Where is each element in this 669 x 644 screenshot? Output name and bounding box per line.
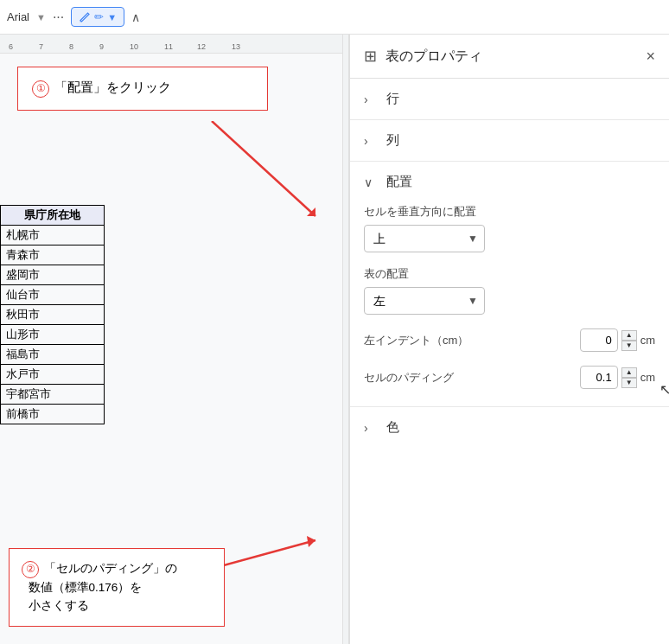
- table-properties-icon: ⊞: [364, 47, 377, 66]
- font-dropdown-arrow[interactable]: ▼: [36, 12, 46, 22]
- section-placement: ∨ 配置 セルを垂直方向に配置 上 中央 下 ▼ 表の配置: [350, 162, 669, 407]
- svg-marker-3: [307, 536, 315, 547]
- scroll-up-button[interactable]: ∧: [131, 10, 140, 24]
- color-section[interactable]: › 色: [350, 407, 669, 448]
- row-section-label: 行: [386, 91, 399, 107]
- ruler-marks: 6 7 8 9 10 11 12 13: [0, 35, 342, 53]
- left-indent-row: 左インデント（cm） ▲ ▼ cm: [364, 328, 655, 352]
- vertical-align-label: セルを垂直方向に配置: [364, 204, 655, 220]
- ruler-mark-13: 13: [232, 42, 240, 51]
- callout1-text: 「配置」をクリック: [54, 80, 171, 94]
- vertical-align-select[interactable]: 上 中央 下: [364, 225, 485, 252]
- arrow-line-2: [220, 532, 333, 601]
- cell-padding-spinner: ▲ ▼: [621, 367, 637, 388]
- cell-padding-input-group: ▲ ▼ cm: [580, 366, 655, 389]
- section-row-row[interactable]: › 行: [350, 79, 669, 120]
- table-wrapper: 県庁所在地 札幌市 青森市 盛岡市 仙台市 秋田市 山形市 福島市 水戸市 宇都…: [0, 205, 105, 424]
- col-section-chevron: ›: [364, 134, 378, 148]
- panel-title: 表のプロパティ: [385, 48, 637, 66]
- ruler-mark-7: 7: [39, 42, 43, 51]
- row-section-chevron: ›: [364, 92, 378, 106]
- ruler-mark-11: 11: [164, 42, 173, 51]
- content-area: 6 7 8 9 10 11 12 13 ① 「配置」をクリック: [0, 35, 342, 644]
- table-header-col1: 県庁所在地: [1, 206, 105, 226]
- callout-box-2: ② 「セルのパディング」の 数値（標準0.176）を 小さくする: [9, 548, 225, 627]
- ruler-mark-12: 12: [197, 42, 206, 51]
- ruler-mark-8: 8: [69, 42, 73, 51]
- scrollbar-area[interactable]: [342, 35, 349, 644]
- table-align-field: 表の配置 左 中央 右 ▼: [364, 266, 655, 315]
- color-section-label: 色: [386, 419, 399, 436]
- arrow-line-1: [194, 121, 333, 225]
- table-row: 宇都宮市: [1, 385, 105, 405]
- cursor-icon: ↖: [659, 381, 669, 398]
- main-area: 6 7 8 9 10 11 12 13 ① 「配置」をクリック: [0, 35, 669, 644]
- cell-padding-unit: cm: [640, 371, 655, 384]
- table-row: 福島市: [1, 345, 105, 365]
- toolbar-more-button[interactable]: ···: [53, 10, 64, 25]
- cell-padding-row: セルのパディング ▲ ▼ cm ↖: [364, 366, 655, 389]
- page-area: ① 「配置」をクリック 県庁所在地 札幌市 青森: [0, 54, 342, 644]
- font-name-label: Arial: [7, 10, 29, 23]
- table-row: 仙台市: [1, 285, 105, 305]
- placement-chevron: ∨: [364, 175, 378, 189]
- table-row: 札幌市: [1, 226, 105, 245]
- pencil-dropdown-arrow[interactable]: ▼: [107, 12, 117, 22]
- vertical-align-field: セルを垂直方向に配置 上 中央 下 ▼: [364, 204, 655, 252]
- table-row: 盛岡市: [1, 265, 105, 285]
- ruler: 6 7 8 9 10 11 12 13: [0, 35, 342, 54]
- left-indent-spinner: ▲ ▼: [621, 330, 637, 351]
- left-indent-input[interactable]: [580, 328, 618, 352]
- callout-box-1: ① 「配置」をクリック: [17, 67, 268, 111]
- left-indent-input-group: ▲ ▼ cm: [580, 328, 655, 352]
- ruler-mark-10: 10: [130, 42, 138, 51]
- placement-label: 配置: [386, 174, 412, 190]
- placement-header[interactable]: ∨ 配置: [364, 174, 655, 190]
- vertical-align-select-wrapper: 上 中央 下 ▼: [364, 225, 485, 252]
- close-button[interactable]: ×: [646, 48, 655, 66]
- callout2-text: 「セルのパディング」の 数値（標準0.176）を 小さくする: [22, 562, 177, 612]
- table-row: 青森市: [1, 245, 105, 265]
- table-align-select-wrapper: 左 中央 右 ▼: [364, 287, 485, 315]
- table-row: 秋田市: [1, 305, 105, 325]
- pencil-label: ✏: [94, 10, 104, 23]
- table-row: 水戸市: [1, 365, 105, 385]
- cell-padding-label: セルのパディング: [364, 370, 454, 386]
- col-section-label: 列: [386, 132, 399, 149]
- callout1-circle: ①: [32, 80, 49, 98]
- callout2-circle: ②: [22, 561, 39, 578]
- table-row: 前橋市: [1, 405, 105, 424]
- ruler-mark-9: 9: [99, 42, 104, 51]
- table-align-select[interactable]: 左 中央 右: [364, 287, 485, 315]
- table-row: 山形市: [1, 325, 105, 345]
- cell-padding-up-button[interactable]: ▲: [621, 367, 637, 378]
- cell-padding-input[interactable]: [580, 366, 618, 389]
- toolbar: Arial ▼ ··· ✏ ▼ ∧: [0, 0, 669, 35]
- svg-line-0: [212, 121, 315, 216]
- pencil-icon: [79, 11, 91, 23]
- ruler-mark-6: 6: [9, 42, 13, 51]
- svg-line-2: [220, 540, 315, 566]
- left-indent-unit: cm: [640, 334, 655, 347]
- section-row-col[interactable]: › 列: [350, 120, 669, 162]
- sidebar-panel: ⊞ 表のプロパティ × › 行 › 列 ∨ 配置 セルを垂直方向に配置: [349, 35, 669, 644]
- cell-padding-down-button[interactable]: ▼: [621, 378, 637, 388]
- table-align-label: 表の配置: [364, 266, 655, 282]
- pencil-button[interactable]: ✏ ▼: [71, 7, 124, 27]
- left-indent-up-button[interactable]: ▲: [621, 330, 637, 341]
- left-indent-label: 左インデント（cm）: [364, 333, 468, 348]
- doc-table: 県庁所在地 札幌市 青森市 盛岡市 仙台市 秋田市 山形市 福島市 水戸市 宇都…: [0, 205, 105, 424]
- left-indent-down-button[interactable]: ▼: [621, 341, 637, 351]
- panel-header: ⊞ 表のプロパティ ×: [350, 35, 669, 79]
- color-section-chevron: ›: [364, 421, 378, 435]
